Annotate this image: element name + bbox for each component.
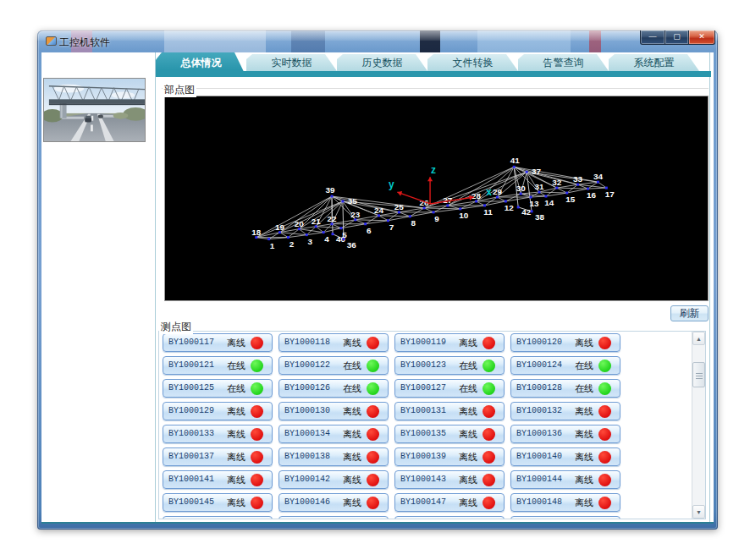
scrollbar[interactable]: ▲ ▼ xyxy=(692,332,705,519)
svg-text:13: 13 xyxy=(530,199,540,208)
sensor-id: BY1000150 xyxy=(284,517,330,519)
sensor-id: BY1000119 xyxy=(400,334,446,351)
sensor-status-text: 在线 xyxy=(451,357,477,374)
sensor-status-text: 离线 xyxy=(335,403,361,420)
status-indicator-icon xyxy=(251,360,263,372)
sensor-id: BY1000132 xyxy=(516,403,562,420)
sensor-status-text: 在线 xyxy=(335,380,361,397)
status-indicator-icon xyxy=(598,405,611,418)
main-content: 总体情况实时数据历史数据文件转换告警查询系统配置 部点图 18192021222… xyxy=(155,52,710,522)
sensor-status-text: 离线 xyxy=(335,425,361,442)
sensor-card[interactable]: BY1000151离线 xyxy=(394,516,505,519)
close-button[interactable]: ✕ xyxy=(689,30,715,45)
sensor-status-text: 在线 xyxy=(219,380,245,397)
sensor-card[interactable]: BY1000127在线 xyxy=(394,379,505,398)
sensor-card[interactable]: BY1000117离线 xyxy=(163,333,273,352)
titlebar-streak xyxy=(477,30,571,52)
sensor-card[interactable]: BY1000152离线 xyxy=(510,516,620,519)
sensor-id: BY1000123 xyxy=(400,357,446,374)
titlebar-streak xyxy=(291,30,325,52)
svg-text:18: 18 xyxy=(251,228,262,237)
sensor-card[interactable]: BY1000148离线 xyxy=(510,493,620,512)
sensor-card[interactable]: BY1000136离线 xyxy=(510,425,620,443)
sensor-status-text: 离线 xyxy=(335,494,361,511)
sensor-card[interactable]: BY1000139离线 xyxy=(394,447,505,466)
window-title: 工控机软件 xyxy=(59,36,110,50)
svg-text:33: 33 xyxy=(573,174,583,184)
sensor-card[interactable]: BY1000128在线 xyxy=(510,379,620,398)
groupbox-border xyxy=(162,88,709,89)
sensor-status-text: 离线 xyxy=(335,517,361,519)
svg-text:30: 30 xyxy=(516,184,527,193)
sensor-card[interactable]: BY1000119离线 xyxy=(394,333,505,352)
tab-strip: 总体情况实时数据历史数据文件转换告警查询系统配置 xyxy=(156,52,711,77)
tab-4[interactable]: 文件转换 xyxy=(427,54,518,71)
sensor-id: BY1000151 xyxy=(400,517,446,519)
tab-6[interactable]: 系统配置 xyxy=(609,54,699,71)
svg-text:24: 24 xyxy=(374,206,384,215)
scrollbar-down-icon[interactable]: ▼ xyxy=(692,505,705,519)
scrollbar-up-icon[interactable]: ▲ xyxy=(692,332,705,345)
sensor-status-text: 离线 xyxy=(219,403,245,420)
sensor-card[interactable]: BY1000124在线 xyxy=(510,356,620,375)
status-indicator-icon xyxy=(483,405,495,418)
sensor-card[interactable]: BY1000137离线 xyxy=(163,447,273,466)
sensor-card[interactable]: BY1000149离线 xyxy=(163,516,273,519)
minimize-button[interactable]: — xyxy=(640,30,665,45)
sensor-id: BY1000140 xyxy=(516,448,562,465)
status-indicator-icon xyxy=(251,337,263,349)
scrollbar-thumb[interactable] xyxy=(692,362,705,387)
sensor-card[interactable]: BY1000130离线 xyxy=(278,402,389,420)
sensor-card[interactable]: BY1000129离线 xyxy=(163,402,273,420)
title-bar[interactable]: 工控机软件 xyxy=(37,30,718,52)
sensor-id: BY1000142 xyxy=(284,471,330,488)
sensor-card[interactable]: BY1000141离线 xyxy=(163,470,273,489)
tab-5[interactable]: 告警查询 xyxy=(518,54,609,71)
sensor-card[interactable]: BY1000134离线 xyxy=(278,425,389,443)
sensor-card[interactable]: BY1000123在线 xyxy=(394,356,505,375)
sensor-status-text: 在线 xyxy=(567,357,593,374)
tab-3[interactable]: 历史数据 xyxy=(337,54,427,71)
sensor-status-text: 离线 xyxy=(219,517,245,519)
sensor-card[interactable]: BY1000140离线 xyxy=(510,447,620,466)
sensor-card[interactable]: BY1000146离线 xyxy=(278,493,389,512)
sensor-card[interactable]: BY1000131离线 xyxy=(394,402,505,420)
svg-text:29: 29 xyxy=(493,187,503,196)
svg-text:1: 1 xyxy=(270,241,275,250)
sensor-status-text: 离线 xyxy=(451,494,477,511)
maximize-button[interactable]: ▢ xyxy=(665,30,689,45)
sensor-status-text: 离线 xyxy=(451,403,477,420)
sensor-card[interactable]: BY1000143离线 xyxy=(394,470,505,489)
tab-1[interactable]: 总体情况 xyxy=(156,52,246,77)
sensor-card[interactable]: BY1000138离线 xyxy=(278,447,389,466)
sensor-card[interactable]: BY1000132离线 xyxy=(510,402,620,420)
status-indicator-icon xyxy=(483,497,495,509)
svg-text:41: 41 xyxy=(510,156,521,165)
sensor-card[interactable]: BY1000120离线 xyxy=(510,333,620,352)
tab-2[interactable]: 实时数据 xyxy=(246,54,337,71)
status-indicator-icon xyxy=(367,360,379,372)
sensor-status-text: 离线 xyxy=(335,471,361,488)
sensor-card[interactable]: BY1000144离线 xyxy=(510,470,620,489)
sensor-id: BY1000133 xyxy=(168,425,214,442)
refresh-button[interactable]: 刷新 xyxy=(670,305,709,321)
sensor-status-text: 离线 xyxy=(335,448,361,465)
sensor-status-text: 离线 xyxy=(451,425,477,442)
sensor-card[interactable]: BY1000122在线 xyxy=(278,356,389,375)
sensor-card[interactable]: BY1000145离线 xyxy=(163,493,273,512)
sensor-card[interactable]: BY1000126在线 xyxy=(278,379,389,398)
sensor-id: BY1000134 xyxy=(284,425,330,442)
sensor-card[interactable]: BY1000133离线 xyxy=(163,425,273,443)
sensor-card[interactable]: BY1000125在线 xyxy=(163,379,273,398)
sensor-card[interactable]: BY1000118离线 xyxy=(278,333,389,352)
app-icon xyxy=(46,36,57,46)
sensor-card[interactable]: BY1000121在线 xyxy=(163,356,273,375)
sensor-card[interactable]: BY1000147离线 xyxy=(394,493,505,512)
svg-text:32: 32 xyxy=(552,178,562,187)
sensor-card[interactable]: BY1000150离线 xyxy=(278,516,389,519)
sensor-id: BY1000143 xyxy=(400,471,446,488)
svg-text:2: 2 xyxy=(290,239,295,249)
sensor-card[interactable]: BY1000135离线 xyxy=(394,425,505,443)
sensor-card[interactable]: BY1000142离线 xyxy=(278,470,389,489)
sensor-status-text: 在线 xyxy=(451,380,477,397)
